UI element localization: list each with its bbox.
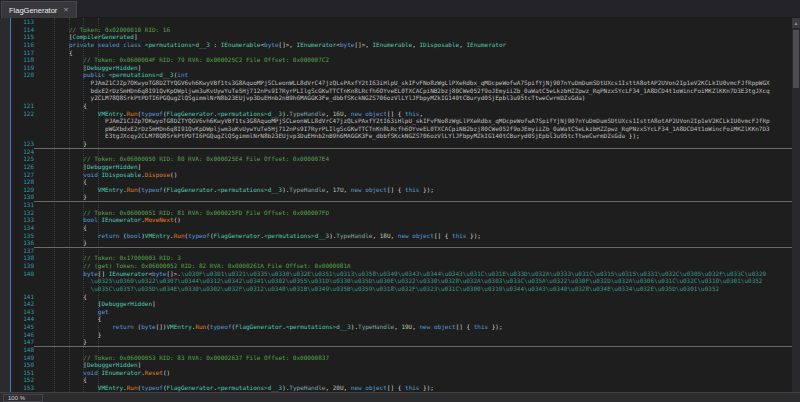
code-text: public <permutations>d__3(int bbox=[34, 71, 188, 79]
code-text: void IDisposable.Dispose() bbox=[34, 171, 177, 179]
code-text: { bbox=[34, 293, 87, 301]
code-text: byte[] IEnumerator<byte[]>.\u030F\u0301\… bbox=[34, 270, 766, 278]
line-number: 115 bbox=[11, 33, 34, 41]
code-line: 116 private sealed class <permutations>d… bbox=[0, 41, 792, 49]
line-number: 139 bbox=[11, 262, 34, 270]
line-number: 148 bbox=[11, 346, 34, 354]
code-text: } bbox=[34, 193, 87, 201]
code-text bbox=[34, 247, 40, 255]
code-text: { bbox=[34, 102, 87, 110]
code-line: 113 bbox=[0, 18, 792, 26]
code-line: \u0325\u0360\u0322\u0307\u0344\u0312\u03… bbox=[0, 277, 792, 285]
method-separator bbox=[34, 247, 792, 248]
line-number bbox=[11, 277, 34, 285]
code-text: \u035C\u0357\u035D\u034E\u0330\u0302\u03… bbox=[34, 285, 719, 293]
code-line: 136 } bbox=[0, 239, 792, 247]
vertical-scrollbar[interactable]: ▲ bbox=[792, 18, 800, 392]
code-text: [DebuggerHidden] bbox=[34, 300, 156, 308]
code-text: pWGXbdxE2rDzSmHDn6q8I91QvKpDWpljwm3uKvUy… bbox=[34, 125, 770, 133]
code-line: 142 [DebuggerHidden] bbox=[0, 300, 792, 308]
code-line: bdxE2rDzSmHDn6q8I91QvKpDWpljwm3uKvUywYuT… bbox=[0, 87, 792, 95]
code-text: // Token: 0x17000003 RID: 3 bbox=[34, 254, 181, 262]
code-text: y2CLM78Q8SrkPtPDTI6PGQugZlQSgimmlNrN8b23… bbox=[34, 94, 585, 102]
tab-title: FlagGenerator bbox=[9, 6, 57, 15]
code-text: // Token: 0x06000053 RID: 83 RVA: 0x0000… bbox=[34, 354, 329, 362]
line-number: 118 bbox=[11, 56, 34, 64]
code-editor[interactable]: 113114 // Token: 0x02000010 RID: 16115 [… bbox=[0, 18, 800, 392]
code-line: 137 bbox=[0, 247, 792, 255]
code-line: 144 { bbox=[0, 315, 792, 323]
code-line: 149 // Token: 0x06000053 RID: 83 RVA: 0x… bbox=[0, 354, 792, 362]
code-text: get bbox=[34, 308, 109, 316]
code-text bbox=[34, 18, 40, 26]
line-number: 132 bbox=[11, 209, 34, 217]
code-line: 118 // Token: 0x0600004F RID: 79 RVA: 0x… bbox=[0, 56, 792, 64]
line-number: 152 bbox=[11, 376, 34, 384]
code-line: 123 } bbox=[0, 140, 792, 148]
line-number: 114 bbox=[11, 26, 34, 34]
line-number: 150 bbox=[11, 361, 34, 369]
tab-bar: FlagGenerator ✕ bbox=[0, 0, 800, 18]
code-line: 114 // Token: 0x02000010 RID: 16 bbox=[0, 26, 792, 34]
line-number: 135 bbox=[11, 232, 34, 240]
code-line: 133 bool IEnumerator.MoveNext() bbox=[0, 216, 792, 224]
panel-splitter[interactable] bbox=[10, 18, 11, 392]
code-line: 153 VMEntry.Run(typeof(FlagGenerator.<pe… bbox=[0, 384, 792, 392]
code-text: } bbox=[34, 239, 87, 247]
line-number: 141 bbox=[11, 293, 34, 301]
code-text: PJAmZ1CJZp7OKwyoTG8DZTYQGV6vh6KwyVBf1ts3… bbox=[34, 79, 770, 87]
code-line: 129 VMEntry.Run(typeof(FlagGenerator.<pe… bbox=[0, 186, 792, 194]
line-number: 142 bbox=[11, 300, 34, 308]
line-number: 131 bbox=[11, 201, 34, 209]
line-number: 119 bbox=[11, 64, 34, 72]
line-number: 143 bbox=[11, 308, 34, 316]
line-number bbox=[11, 117, 34, 125]
code-line: 148 bbox=[0, 346, 792, 354]
scrollbar-thumb[interactable] bbox=[793, 30, 799, 88]
code-line: 145 return (byte[])VMEntry.Run(typeof(Fl… bbox=[0, 323, 792, 331]
code-text: private sealed class <permutations>d__3 … bbox=[34, 41, 506, 49]
line-number: 144 bbox=[11, 315, 34, 323]
line-number bbox=[11, 285, 34, 293]
code-text: bool IEnumerator.MoveNext() bbox=[34, 216, 181, 224]
code-line: 128 { bbox=[0, 178, 792, 186]
code-line: 124 bbox=[0, 148, 792, 156]
code-text: bdxE2rDzSmHDn6q8I91QvKpDWpljwm3uKvUywYuT… bbox=[34, 87, 770, 95]
line-number bbox=[11, 79, 34, 87]
code-line: 151 void IEnumerator.Reset() bbox=[0, 369, 792, 377]
code-text: [DebuggerHidden] bbox=[34, 163, 141, 171]
code-line: 143 get bbox=[0, 308, 792, 316]
code-line: \u035C\u0357\u035D\u034E\u0330\u0302\u03… bbox=[0, 285, 792, 293]
code-text: } bbox=[34, 140, 87, 148]
line-number: 137 bbox=[11, 247, 34, 255]
tab-flaggenerator[interactable]: FlagGenerator ✕ bbox=[1, 1, 77, 18]
line-number: 130 bbox=[11, 193, 34, 201]
code-text: } bbox=[34, 338, 87, 346]
line-number bbox=[11, 94, 34, 102]
close-icon[interactable]: ✕ bbox=[63, 6, 68, 14]
line-number: 133 bbox=[11, 216, 34, 224]
code-line: 152 { bbox=[0, 376, 792, 384]
line-number: 126 bbox=[11, 163, 34, 171]
code-text: VMEntry.Run(typeof(FlagGenerator.<permut… bbox=[34, 110, 423, 118]
zoom-level-select[interactable]: 100 % bbox=[3, 394, 43, 402]
code-text: } bbox=[34, 331, 101, 339]
line-number bbox=[11, 87, 34, 95]
line-number: 127 bbox=[11, 171, 34, 179]
line-number: 124 bbox=[11, 148, 34, 156]
line-number: 153 bbox=[11, 384, 34, 392]
code-line: 146 } bbox=[0, 331, 792, 339]
code-line: y2CLM78Q8SrkPtPDTI6PGQugZlQSgimmlNrN8b23… bbox=[0, 94, 792, 102]
code-line: 115 [CompilerGenerated] bbox=[0, 33, 792, 41]
decompiler-window: FlagGenerator ✕ 113114 // Token: 0x02000… bbox=[0, 0, 800, 402]
line-number: 125 bbox=[11, 155, 34, 163]
code-text: VMEntry.Run(typeof(FlagGenerator.<permut… bbox=[34, 186, 434, 194]
code-text: // (get) Token: 0x06000052 RID: 82 RVA: … bbox=[34, 262, 351, 270]
line-number: 149 bbox=[11, 354, 34, 362]
code-line: 140 byte[] IEnumerator<byte[]>.\u030F\u0… bbox=[0, 270, 792, 278]
code-text: // Token: 0x0600004F RID: 79 RVA: 0x0000… bbox=[34, 56, 329, 64]
line-number: 122 bbox=[11, 110, 34, 118]
scroll-up-icon[interactable]: ▲ bbox=[792, 18, 800, 28]
code-line: E3tgJXcqy2CLM78Q8SrkPtPDTI6PGQugZlQSgimm… bbox=[0, 132, 792, 140]
code-line: 141 { bbox=[0, 293, 792, 301]
